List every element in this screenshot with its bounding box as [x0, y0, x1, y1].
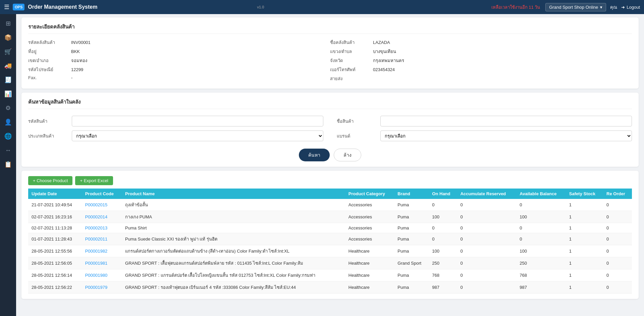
logout-label: Logout	[627, 5, 640, 10]
product-code-link[interactable]: P00001982	[85, 249, 108, 254]
phone-value: 023454324	[373, 67, 395, 72]
cell-safety-stock: 1	[566, 233, 603, 245]
sidebar-item-inventory[interactable]: 📦	[1, 31, 15, 44]
cell-update-date: 28-05-2021 12:56:05	[28, 257, 82, 269]
hamburger-menu[interactable]: ☰	[4, 3, 9, 11]
zipcode-value: 12299	[71, 67, 83, 72]
product-code-link[interactable]: P00002011	[85, 236, 108, 242]
cell-product-name: GRAND SPORT : เสื้อฟุตบอลแกรนด์สปอร์ตพิม…	[122, 257, 345, 269]
product-code-link[interactable]: P00002015	[85, 202, 108, 207]
product-name-label: ชื่อสินค้า	[337, 118, 377, 125]
fax-row: Fax. -	[28, 74, 330, 81]
zipcode-row: รหัสไปรษณีย์ 12299	[28, 65, 330, 74]
fax-value: -	[71, 75, 72, 80]
cell-product-name: GRAND SPORT : รองเท้าฟุตบอล เบิร์นเนอร์ …	[122, 281, 345, 294]
export-excel-button[interactable]: + Export Excel	[75, 176, 113, 185]
brand-label: แบรนด์	[337, 133, 377, 140]
cell-product-code[interactable]: P00002011	[82, 233, 122, 245]
product-table: Update Date Product Code Product Name Pr…	[28, 189, 632, 294]
cell-safety-stock: 1	[566, 211, 603, 223]
product-code-link[interactable]: P00002014	[85, 214, 108, 219]
province-value: กรุงเทพมหานคร	[373, 57, 404, 64]
search-button[interactable]: ค้นหา	[299, 149, 330, 161]
subdistrict-value: บางขุนเทียน	[373, 48, 396, 55]
cell-product-code[interactable]: P00002013	[82, 223, 122, 233]
product-code-link[interactable]: P00002013	[85, 225, 108, 230]
cell-accum-reserved: 0	[457, 269, 516, 281]
cell-category: Accessories	[345, 233, 394, 245]
cell-available: 250	[516, 257, 566, 269]
shop-selector[interactable]: Grand Sport Shop Online ▾	[545, 3, 606, 11]
address-label: ที่อยู่	[28, 48, 68, 55]
warehouse-detail-card: รายละเอียดคลังสินค้า รหัสคลังสินค้า INV0…	[21, 17, 639, 89]
cell-product-code[interactable]: P00002015	[82, 199, 122, 211]
cell-reorder: 0	[603, 211, 632, 223]
cell-product-code[interactable]: P00001982	[82, 245, 122, 257]
warehouse-info-grid: รหัสคลังสินค้า INV00001 ที่อยู่ BKK เขต/…	[28, 38, 632, 83]
top-navbar: ☰ OPS Order Management System v1.0 เหลือ…	[0, 0, 644, 14]
product-name-input[interactable]	[380, 116, 632, 126]
product-table-card: + Choose Product + Export Excel Update D…	[21, 171, 639, 299]
shipping-label: สายส่ง	[330, 75, 370, 82]
sidebar-item-shipping[interactable]: 🚚	[1, 59, 15, 72]
cell-update-date: 01-07-2021 11:28:43	[28, 233, 82, 245]
logout-button[interactable]: ➜ Logout	[621, 5, 640, 10]
cell-product-code[interactable]: P00001979	[82, 281, 122, 294]
sidebar-item-receipts[interactable]: 🧾	[1, 73, 15, 87]
cell-available: 0	[516, 199, 566, 211]
warehouse-name-value: LAZADA	[373, 40, 390, 45]
cell-reorder: 0	[603, 269, 632, 281]
warehouse-code-row: รหัสคลังสินค้า INV00001	[28, 38, 330, 47]
sidebar-item-list[interactable]: 📋	[1, 158, 15, 171]
cell-accum-reserved: 0	[457, 223, 516, 233]
brand-select[interactable]: กรุณาเลือก	[380, 130, 632, 141]
cell-on-hand: 0	[429, 223, 457, 233]
product-code-link[interactable]: P00001979	[85, 285, 108, 290]
sidebar-item-settings[interactable]: ⚙	[1, 101, 15, 115]
sidebar-item-orders[interactable]: 🛒	[1, 45, 15, 58]
sidebar-item-reports[interactable]: 📊	[1, 87, 15, 101]
user-label: คุณ	[610, 4, 617, 11]
sidebar-item-users[interactable]: 👤	[1, 115, 15, 129]
product-code-link[interactable]: P00001980	[85, 273, 108, 278]
cell-brand: Puma	[394, 245, 429, 257]
cell-accum-reserved: 0	[457, 245, 516, 257]
cell-on-hand: 987	[429, 281, 457, 294]
col-update-date: Update Date	[28, 189, 82, 199]
cell-product-code[interactable]: P00001980	[82, 269, 122, 281]
cell-accum-reserved: 0	[457, 257, 516, 269]
col-brand: Brand	[394, 189, 429, 199]
table-body: 21-07-2021 10:49:54 P00002015 ถุงเท้าข้อ…	[28, 199, 632, 294]
product-code-input[interactable]	[72, 116, 323, 126]
cell-accum-reserved: 0	[457, 199, 516, 211]
subdistrict-label: แขวง/ตำบล	[330, 48, 370, 55]
cell-safety-stock: 1	[566, 199, 603, 211]
choose-product-button[interactable]: + Choose Product	[28, 176, 72, 185]
table-row: 21-07-2021 10:49:54 P00002015 ถุงเท้าข้อ…	[28, 199, 632, 211]
content-area: รายละเอียดคลังสินค้า รหัสคลังสินค้า INV0…	[16, 14, 644, 316]
cell-product-code[interactable]: P00002014	[82, 211, 122, 223]
table-row: 28-05-2021 12:56:05 P00001981 GRAND SPOR…	[28, 257, 632, 269]
cell-product-name: ถุงเท้าข้อสั้น	[122, 199, 345, 211]
product-code-link[interactable]: P00001981	[85, 261, 108, 266]
warehouse-name-row: ชื่อคลังสินค้า LAZADA	[330, 38, 632, 47]
col-accum-reserved: Accumulate Reserved	[457, 189, 516, 199]
cell-brand: Puma	[394, 223, 429, 233]
cell-update-date: 02-07-2021 16:23:16	[28, 211, 82, 223]
search-card: ค้นหาข้อมูลสินค้าในคลัง รหัสสินค้า ชื่อส…	[21, 93, 639, 167]
cell-category: Healthcare	[345, 245, 394, 257]
category-select[interactable]: กรุณาเลือก	[72, 130, 323, 141]
warehouse-name-label: ชื่อคลังสินค้า	[330, 39, 370, 46]
sidebar-item-global[interactable]: 🌐	[1, 129, 15, 143]
cell-available: 0	[516, 223, 566, 233]
table-row: 28-05-2021 12:56:22 P00001979 GRAND SPOR…	[28, 281, 632, 294]
cell-reorder: 0	[603, 233, 632, 245]
cell-product-code[interactable]: P00001981	[82, 257, 122, 269]
sidebar-item-dashboard[interactable]: ⊞	[1, 17, 15, 30]
col-safety-stock: Safety Stock	[566, 189, 603, 199]
clear-button[interactable]: ล้าง	[334, 149, 361, 161]
product-code-label: รหัสสินค้า	[28, 118, 68, 125]
cell-reorder: 0	[603, 245, 632, 257]
cell-product-name: GRAND SPORT : แกรนด์สปอร์ต เสื้อโปโลหญิง…	[122, 269, 345, 281]
sidebar-item-transfer[interactable]: ↔	[1, 144, 15, 157]
